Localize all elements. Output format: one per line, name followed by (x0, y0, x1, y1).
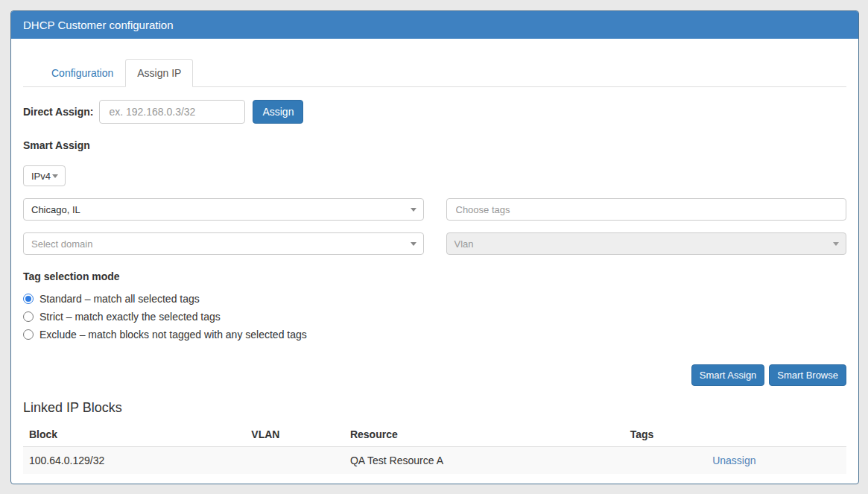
tab-bar: Configuration Assign IP (23, 59, 846, 87)
direct-assign-row: Direct Assign: Assign (23, 100, 846, 124)
smart-assign-form: Chicago, IL Select domain Vlan (23, 198, 846, 255)
panel-body: Configuration Assign IP Direct Assign: A… (11, 59, 858, 484)
tab-configuration[interactable]: Configuration (39, 59, 125, 87)
table-row: 100.64.0.129/32 QA Test Resource A Unass… (23, 447, 846, 475)
direct-assign-label: Direct Assign: (23, 106, 93, 118)
tag-mode-radio-group: Standard – match all selected tags Stric… (23, 293, 846, 341)
radio-icon[interactable] (23, 311, 34, 322)
cell-resource: QA Test Resource A (344, 447, 624, 475)
ip-version-select[interactable]: IPv4 (23, 165, 66, 186)
radio-option-label: Strict – match exactly the selected tags (39, 311, 221, 323)
ip-version-value: IPv4 (31, 171, 51, 182)
region-select[interactable]: Chicago, IL (23, 198, 424, 221)
direct-assign-input[interactable] (99, 100, 245, 124)
smart-browse-button[interactable]: Smart Browse (769, 364, 846, 386)
cell-vlan (245, 447, 344, 475)
panel-title: DHCP Customer configuration (11, 11, 858, 39)
radio-option-standard[interactable]: Standard – match all selected tags (23, 293, 846, 305)
choose-tags-input[interactable] (446, 198, 847, 221)
cell-block: 100.64.0.129/32 (23, 447, 245, 475)
column-header-block: Block (23, 422, 245, 447)
column-header-tags: Tags (624, 422, 707, 447)
column-header-vlan: VLAN (245, 422, 344, 447)
region-select-value: Chicago, IL (31, 204, 80, 215)
dhcp-config-panel: DHCP Customer configuration Configuratio… (10, 10, 859, 484)
caret-down-icon (411, 242, 416, 246)
page: DHCP Customer configuration Configuratio… (0, 0, 868, 494)
linked-ip-blocks-heading: Linked IP Blocks (23, 400, 846, 416)
tab-assign-ip[interactable]: Assign IP (125, 59, 193, 87)
domain-select[interactable]: Select domain (23, 232, 424, 255)
column-header-resource: Resource (344, 422, 624, 447)
linked-ip-blocks-table: Block VLAN Resource Tags 100.64.0.129/32… (23, 422, 846, 474)
radio-option-exclude[interactable]: Exclude – match blocks not tagged with a… (23, 329, 846, 341)
caret-down-icon (833, 242, 839, 246)
radio-option-label: Standard – match all selected tags (39, 293, 200, 305)
caret-down-icon (411, 208, 416, 212)
domain-select-placeholder: Select domain (31, 238, 92, 250)
radio-icon[interactable] (23, 294, 34, 304)
radio-option-label: Exclude – match blocks not tagged with a… (39, 329, 307, 341)
caret-down-icon (52, 174, 58, 178)
smart-actions-row: Smart Assign Smart Browse (23, 364, 846, 386)
radio-icon[interactable] (23, 329, 34, 340)
tag-selection-mode-heading: Tag selection mode (23, 270, 846, 282)
cell-tags (624, 447, 707, 475)
column-header-action (706, 422, 846, 447)
smart-assign-button[interactable]: Smart Assign (691, 364, 765, 386)
smart-assign-heading: Smart Assign (23, 139, 846, 151)
unassign-link[interactable]: Unassign (712, 455, 755, 466)
radio-option-strict[interactable]: Strict – match exactly the selected tags (23, 311, 846, 323)
table-header-row: Block VLAN Resource Tags (23, 422, 846, 447)
assign-button[interactable]: Assign (253, 100, 303, 124)
vlan-select-placeholder: Vlan (454, 238, 474, 250)
vlan-select: Vlan (446, 232, 847, 255)
